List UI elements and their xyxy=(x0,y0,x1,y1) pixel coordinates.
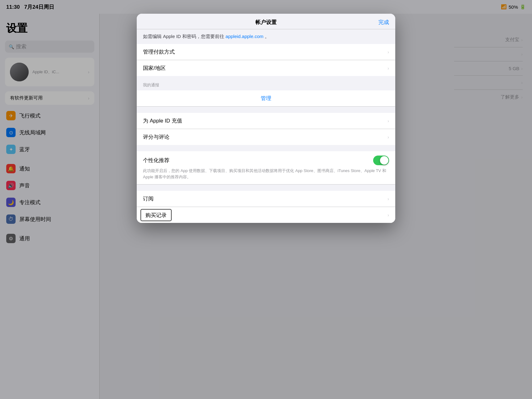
manage-payment-label: 管理付款方式 xyxy=(143,48,387,55)
annotation-box: 购买记录 xyxy=(140,209,172,221)
modal-info-text: 如需编辑 Apple ID 和密码，您需要前往 appleid.apple.co… xyxy=(137,29,395,44)
personalized-row: 个性化推荐 xyxy=(143,156,389,165)
ratings-label: 评分与评论 xyxy=(143,133,387,141)
personalized-section: 个性化推荐 此功能开启后，您的 App 使用数据、下载项目、购买项目和其他活动数… xyxy=(137,151,395,185)
section-gap-3 xyxy=(137,185,395,191)
personalized-toggle[interactable] xyxy=(373,156,389,165)
country-region-item[interactable]: 国家/地区 › xyxy=(137,60,395,76)
subscriptions-purchases-section: 订阅 › 购买记录 购买记录 › xyxy=(137,191,395,223)
apple-id-link[interactable]: appleid.apple.com xyxy=(226,34,264,39)
ratings-item[interactable]: 评分与评论 › xyxy=(137,129,395,145)
modal-header: 帐户设置 完成 xyxy=(137,14,395,29)
notifications-section-header: 我的通报 xyxy=(137,76,395,90)
payment-country-section: 管理付款方式 › 国家/地区 › xyxy=(137,44,395,76)
section-gap-1 xyxy=(137,107,395,113)
info-text-prefix: 如需编辑 Apple ID 和密码，您需要前往 xyxy=(143,34,224,39)
recharge-label: 为 Apple ID 充值 xyxy=(143,117,387,124)
manage-payment-chevron: › xyxy=(387,50,389,55)
account-settings-modal: 帐户设置 完成 如需编辑 Apple ID 和密码，您需要前往 appleid.… xyxy=(137,14,395,223)
section-gap-2 xyxy=(137,145,395,151)
settings-background: 11:30 7月24日周日 📶 50% 🔋 设置 🔍 搜索 Apple ID、i… xyxy=(0,0,532,399)
recharge-chevron: › xyxy=(387,118,389,123)
personalized-label: 个性化推荐 xyxy=(143,157,169,164)
purchase-record-chevron: › xyxy=(387,213,389,218)
modal-title: 帐户设置 xyxy=(255,19,277,26)
subscriptions-item[interactable]: 订阅 › xyxy=(137,191,395,207)
ratings-chevron: › xyxy=(387,135,389,140)
manage-notifications-row[interactable]: 管理 xyxy=(137,90,395,107)
personalized-description: 此功能开启后，您的 App 使用数据、下载项目、购买项目和其他活动数据将用于优化… xyxy=(143,168,389,180)
manage-payment-item[interactable]: 管理付款方式 › xyxy=(137,44,395,60)
purchase-record-label: 购买记录 xyxy=(145,212,167,218)
manage-notifications-label: 管理 xyxy=(261,95,271,102)
modal-done-button[interactable]: 完成 xyxy=(378,19,389,26)
toggle-knob xyxy=(380,156,388,165)
purchase-record-item[interactable]: 购买记录 购买记录 › xyxy=(137,207,395,223)
country-region-label: 国家/地区 xyxy=(143,65,387,72)
subscriptions-chevron: › xyxy=(387,196,389,201)
subscriptions-label: 订阅 xyxy=(143,195,387,202)
country-region-chevron: › xyxy=(387,66,389,71)
recharge-ratings-section: 为 Apple ID 充值 › 评分与评论 › xyxy=(137,113,395,145)
recharge-item[interactable]: 为 Apple ID 充值 › xyxy=(137,113,395,129)
info-text-suffix: 。 xyxy=(265,34,269,39)
